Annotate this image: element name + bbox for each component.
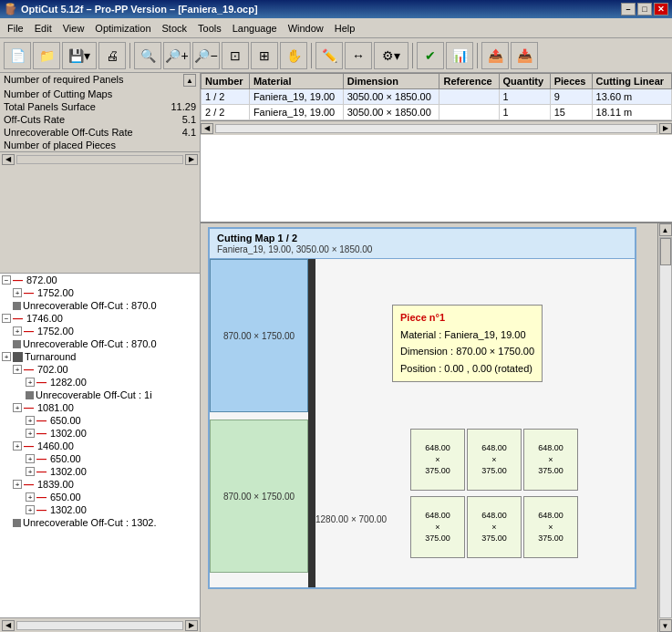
tree-item-1282[interactable]: + — 1282.00 — [0, 376, 200, 389]
menu-optimization[interactable]: Optimization — [89, 21, 156, 36]
piece-blue-top[interactable]: 870.00 × 1750.00 — [210, 259, 308, 412]
tree-item-1302-3[interactable]: + — 1302.00 — [0, 503, 200, 516]
expand-1302-2[interactable]: + — [26, 467, 35, 476]
zoom-in-button[interactable]: 🔎+ — [163, 42, 191, 69]
table-row-1[interactable]: 1 / 2 Faniera_19, 19.00 3050.00 × 1850.0… — [202, 89, 672, 105]
tree-item-650-2[interactable]: + — 650.00 — [0, 452, 200, 465]
tree-item-872[interactable]: − — 872.00 — [0, 274, 200, 286]
grid-cell-4[interactable]: 648.00×375.00 — [410, 496, 465, 558]
zoom-out-button[interactable]: 🔎− — [192, 42, 220, 69]
expand-turnaround[interactable]: + — [2, 352, 11, 361]
tree-item-turnaround[interactable]: + Turnaround — [0, 350, 200, 363]
tree-item-offcut-870-2[interactable]: Unrecoverable Off-Cut : 870.0 — [0, 337, 200, 350]
scroll-track-bottom[interactable] — [16, 621, 183, 630]
tooltip-position: Position : 0.00 , 0.00 (rotated) — [400, 360, 534, 378]
expand-1839[interactable]: + — [13, 480, 22, 489]
move-button[interactable]: ↔ — [345, 42, 372, 69]
table-scroll-right[interactable]: ▶ — [659, 123, 672, 134]
offcut-icon-3 — [26, 391, 34, 399]
scroll-right-bottom[interactable]: ▶ — [185, 620, 198, 631]
right-scrollbar[interactable]: ▲ ▼ — [657, 223, 672, 632]
tree-item-1302-2[interactable]: + — 1302.00 — [0, 465, 200, 478]
expand-1302-1[interactable]: + — [26, 429, 35, 438]
save-dropdown[interactable]: 💾▾ — [62, 42, 97, 69]
tree-item-650-3[interactable]: + — 650.00 — [0, 491, 200, 503]
close-button[interactable]: ✕ — [654, 3, 668, 16]
menu-stock[interactable]: Stock — [157, 21, 193, 36]
maximize-button[interactable]: □ — [637, 3, 652, 16]
stat-required-panels-scroll[interactable]: ▲ — [183, 74, 196, 87]
expand-1460[interactable]: + — [13, 441, 22, 451]
tree-item-1081[interactable]: + — 1081.00 — [0, 401, 200, 414]
expand-1752-2[interactable]: + — [13, 326, 22, 336]
left-top-scrollbar[interactable]: ◀ ▶ — [0, 151, 200, 166]
tree-item-650-1[interactable]: + — 650.00 — [0, 414, 200, 427]
minimize-button[interactable]: – — [621, 3, 636, 16]
expand-650-3[interactable]: + — [26, 492, 35, 502]
expand-1752-1[interactable]: + — [13, 288, 22, 297]
expand-702[interactable]: + — [13, 365, 22, 374]
expand-1746[interactable]: − — [2, 314, 11, 323]
tree-item-offcut-870-1[interactable]: Unrecoverable Off-Cut : 870.0 — [0, 299, 200, 312]
scroll-down-arrow[interactable]: ▼ — [659, 619, 672, 632]
grid-button[interactable]: ⊞ — [251, 42, 278, 69]
table-scrollbar[interactable]: ◀ ▶ — [201, 120, 672, 135]
expand-1302-3[interactable]: + — [26, 505, 35, 514]
table-row-2[interactable]: 2 / 2 Faniera_19, 19.00 3050.00 × 1850.0… — [202, 105, 672, 120]
open-button[interactable]: 📁 — [33, 42, 60, 69]
export-button[interactable]: 📤 — [481, 42, 509, 69]
table-scroll-track[interactable] — [215, 124, 657, 133]
settings-dropdown[interactable]: ⚙▾ — [374, 42, 408, 69]
grid-cell-2[interactable]: 648.00×375.00 — [467, 429, 522, 491]
import-button[interactable]: 📥 — [511, 42, 538, 69]
expand-650-2[interactable]: + — [26, 454, 35, 463]
tree-item-1460[interactable]: + — 1460.00 — [0, 440, 200, 452]
piece-green-middle[interactable]: 870.00 × 1750.00 — [210, 420, 308, 573]
edit-button[interactable]: ✏️ — [315, 42, 343, 69]
scroll-track-h[interactable] — [16, 155, 183, 164]
check-button[interactable]: ✔ — [417, 42, 444, 69]
dash-650-3: — — [36, 492, 47, 502]
cell-number-1: 1 / 2 — [202, 89, 250, 105]
tree-item-702[interactable]: + — 702.00 — [0, 363, 200, 376]
search-button[interactable]: 🔍 — [134, 42, 161, 69]
main-content: Number of required Panels ▲ Number of Cu… — [0, 73, 672, 632]
menu-edit[interactable]: Edit — [29, 21, 57, 36]
tree-item-offcut-1302[interactable]: Unrecoverable Off-Cut : 1302. — [0, 516, 200, 529]
tree-item-1839[interactable]: + — 1839.00 — [0, 478, 200, 491]
scroll-thumb[interactable] — [660, 238, 671, 265]
expand-650-1[interactable]: + — [26, 416, 35, 425]
tree-item-1752-2[interactable]: + — 1752.00 — [0, 325, 200, 337]
menu-language[interactable]: Language — [227, 21, 283, 36]
grid-cell-4-label: 648.00×375.00 — [425, 510, 450, 544]
scroll-left-bottom[interactable]: ◀ — [2, 620, 15, 631]
table-scroll-left[interactable]: ◀ — [201, 123, 213, 134]
expand-1081[interactable]: + — [13, 403, 22, 412]
scroll-track-v[interactable] — [659, 237, 672, 618]
scroll-up-arrow[interactable]: ▲ — [659, 223, 672, 236]
tree-item-1752-1[interactable]: + — 1752.00 — [0, 286, 200, 299]
menu-tools[interactable]: Tools — [192, 21, 227, 36]
tree-item-1746[interactable]: − — 1746.00 — [0, 312, 200, 325]
grid-cell-5[interactable]: 648.00×375.00 — [467, 496, 522, 558]
print-button[interactable]: 🖨 — [98, 42, 126, 69]
chart-button[interactable]: 📊 — [446, 42, 473, 69]
tree-item-offcut-1i[interactable]: Unrecoverable Off-Cut : 1i — [0, 389, 200, 401]
expand-1282[interactable]: + — [26, 378, 35, 387]
expand-872[interactable]: − — [2, 275, 11, 285]
menu-view[interactable]: View — [57, 21, 90, 36]
menu-file[interactable]: File — [2, 21, 29, 36]
left-bottom-scrollbar[interactable]: ◀ ▶ — [0, 617, 200, 632]
scroll-left-arrow[interactable]: ◀ — [2, 154, 15, 165]
grid-cell-1[interactable]: 648.00×375.00 — [410, 429, 465, 491]
grid-cell-6[interactable]: 648.00×375.00 — [523, 496, 578, 558]
tree-item-1302-1[interactable]: + — 1302.00 — [0, 427, 200, 440]
menu-window[interactable]: Window — [283, 21, 329, 36]
grid-cell-3[interactable]: 648.00×375.00 — [523, 429, 578, 491]
menu-help[interactable]: Help — [329, 21, 361, 36]
new-button[interactable]: 📄 — [4, 42, 31, 69]
pan-button[interactable]: ✋ — [280, 42, 307, 69]
scroll-right-arrow[interactable]: ▶ — [185, 154, 198, 165]
dash-650-1: — — [36, 415, 47, 426]
fit-button[interactable]: ⊡ — [222, 42, 249, 69]
